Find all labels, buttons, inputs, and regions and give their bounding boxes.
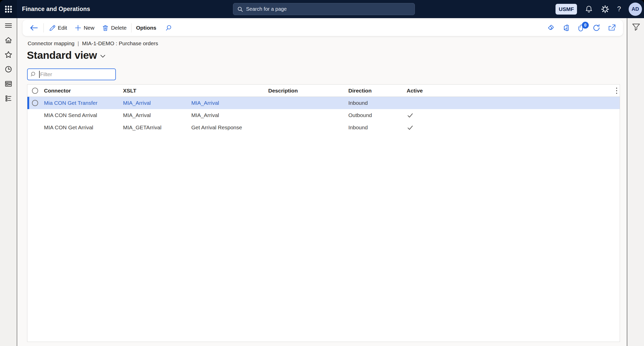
trash-icon [102, 24, 109, 32]
sidebar-item-modules[interactable] [4, 94, 13, 103]
breadcrumb-section[interactable]: Connector mapping [28, 40, 74, 47]
view-switcher[interactable]: Standard view [27, 49, 106, 61]
search-icon [165, 24, 173, 32]
column-header-direction[interactable]: Direction [346, 88, 404, 94]
modules-list-icon [4, 94, 13, 103]
delete-button[interactable]: Delete [102, 24, 127, 32]
cell-connector[interactable]: Mia CON Get Transfer [43, 100, 122, 106]
gear-icon [601, 5, 609, 14]
top-bar: Finance and Operations USMF [0, 0, 644, 18]
app-title: Finance and Operations [22, 6, 90, 13]
action-search-button[interactable] [165, 24, 173, 32]
page-search-box[interactable] [233, 3, 415, 15]
edit-label: Edit [58, 25, 67, 31]
settings-button[interactable] [601, 5, 609, 14]
sidebar-item-workspaces[interactable] [4, 79, 13, 88]
cell-description[interactable]: MIA_Arrival [190, 100, 346, 106]
cell-direction: Outbound [346, 112, 404, 118]
new-label: New [84, 25, 94, 31]
home-icon [4, 36, 13, 44]
open-filter-pane-button[interactable] [631, 22, 640, 346]
refresh-icon [592, 24, 601, 32]
new-button[interactable]: New [74, 24, 94, 32]
column-header-xslt[interactable]: XSLT [122, 88, 190, 94]
back-arrow-icon [29, 24, 39, 32]
company-picker-button[interactable]: USMF [556, 4, 577, 15]
sidebar-item-favorites[interactable] [4, 50, 13, 59]
help-button[interactable]: ? [617, 5, 621, 13]
column-header-connector[interactable]: Connector [43, 88, 122, 94]
left-sidebar [0, 18, 17, 346]
star-icon [4, 50, 13, 59]
app-launcher-button[interactable] [0, 0, 17, 18]
sidebar-item-recent[interactable] [4, 65, 13, 74]
divider [131, 23, 131, 32]
grid-filter-input[interactable] [40, 71, 115, 77]
action-bar-right: 0 [546, 24, 616, 32]
popout-icon [608, 24, 616, 32]
grid-more-options-kebab[interactable] [616, 85, 617, 97]
expand-navigation-button[interactable] [4, 21, 13, 30]
active-checkmark-icon [407, 112, 414, 119]
breadcrumb: Connector mapping | MIA-1-DEMO : Purchas… [28, 40, 158, 47]
row-radio[interactable] [32, 100, 38, 106]
pencil-icon [48, 24, 56, 32]
edit-button[interactable]: Edit [48, 24, 67, 32]
cell-direction: Inbound [346, 124, 404, 131]
cell-xslt[interactable]: MIA_Arrival [122, 112, 190, 118]
page-title: Standard view [27, 49, 97, 61]
column-header-active[interactable]: Active [404, 88, 613, 94]
action-bar: Edit New Delete O [23, 20, 623, 36]
action-bar-left: Edit New Delete O [29, 23, 173, 32]
cell-xslt[interactable]: MIA_GETArrival [122, 124, 190, 131]
open-in-new-window-button[interactable] [608, 24, 616, 32]
cell-xslt[interactable]: MIA_Arrival [122, 100, 190, 106]
breadcrumb-separator: | [77, 40, 79, 47]
funnel-icon [631, 22, 640, 31]
clock-icon [4, 65, 13, 74]
cell-direction: Inbound [346, 100, 404, 106]
workspace-window-icon [4, 79, 13, 88]
breadcrumb-record[interactable]: MIA-1-DEMO : Purchase orders [82, 40, 158, 47]
office-apps-button[interactable] [562, 24, 570, 32]
search-icon [237, 6, 243, 13]
notifications-button[interactable] [585, 5, 593, 13]
page-search-input[interactable] [246, 3, 415, 15]
user-avatar[interactable]: AD [629, 3, 642, 16]
table-row[interactable]: Mia CON Get Transfer MIA_Arrival MIA_Arr… [27, 97, 620, 109]
sidebar-item-home[interactable] [4, 36, 13, 44]
power-apps-icon [546, 24, 555, 32]
plus-icon [74, 24, 82, 32]
column-header-description[interactable]: Description [190, 88, 346, 94]
cell-description[interactable]: MIA_Arrival [190, 112, 346, 118]
select-all-radio[interactable] [32, 88, 38, 94]
filter-pane-collapsed [627, 18, 644, 346]
delete-label: Delete [111, 25, 127, 31]
grid-filter-box[interactable] [27, 68, 116, 80]
cell-description[interactable]: Get Arrival Response [190, 124, 346, 131]
back-button[interactable] [29, 24, 39, 32]
cell-connector[interactable]: MIA CON Get Arrival [43, 124, 122, 131]
refresh-button[interactable] [592, 24, 601, 32]
bell-icon [585, 5, 593, 13]
divider [43, 23, 44, 32]
options-menu[interactable]: Options [136, 25, 156, 31]
top-bar-actions: USMF ? AD [556, 0, 642, 18]
waffle-icon [4, 5, 13, 14]
chevron-down-icon [99, 53, 106, 61]
table-row[interactable]: MIA CON Send Arrival MIA_Arrival MIA_Arr… [27, 109, 620, 121]
question-mark-icon: ? [617, 5, 621, 13]
active-checkmark-icon [407, 124, 414, 131]
attachments-button[interactable]: 0 [577, 24, 585, 32]
hamburger-icon [4, 21, 13, 30]
office-icon [562, 24, 570, 32]
connector-mapping-grid: Connector XSLT Description Direction Act… [27, 84, 620, 342]
power-apps-button[interactable] [546, 24, 555, 32]
search-icon [30, 71, 37, 78]
grid-body: Mia CON Get Transfer MIA_Arrival MIA_Arr… [27, 97, 620, 134]
attachment-count-badge: 0 [582, 22, 589, 29]
main-content: Edit New Delete O [17, 18, 627, 346]
table-row[interactable]: MIA CON Get Arrival MIA_GETArrival Get A… [27, 121, 620, 134]
cell-connector[interactable]: MIA CON Send Arrival [43, 112, 122, 118]
text-cursor [39, 71, 40, 78]
